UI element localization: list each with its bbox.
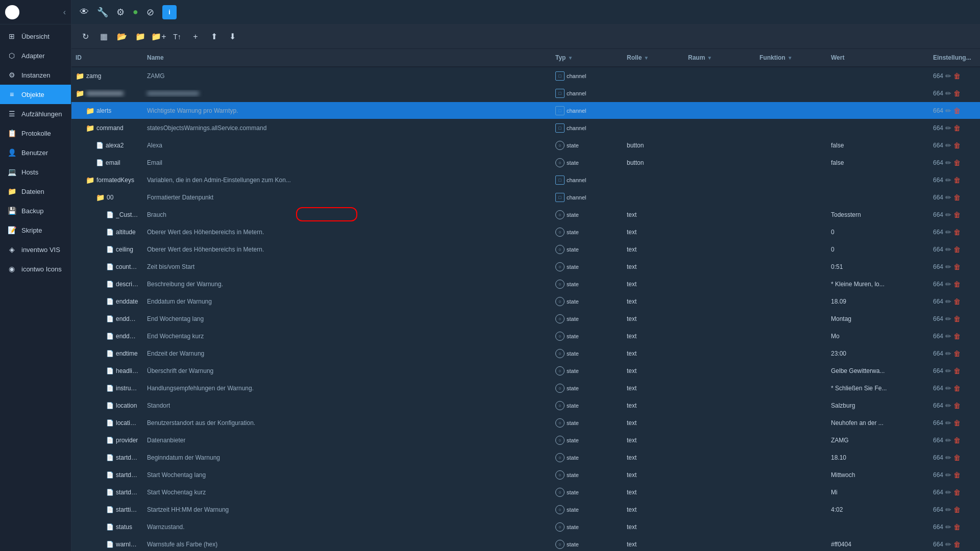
table-row[interactable]: 📁 zamg ZAMG □ channel 664 ✏ 🗑 — [71, 67, 980, 85]
text-filter-button[interactable]: T↑ — [169, 29, 185, 44]
edit-button[interactable]: ✏ — [945, 89, 951, 97]
edit-button[interactable]: ✏ — [945, 107, 951, 115]
delete-button[interactable]: 🗑 — [953, 280, 961, 288]
edit-button[interactable]: ✏ — [945, 332, 951, 340]
table-row[interactable]: 📄 locationcustom Benutzerstandort aus de… — [71, 414, 980, 432]
edit-button[interactable]: ✏ — [945, 419, 951, 427]
edit-button[interactable]: ✏ — [945, 193, 951, 202]
table-row[interactable]: 📁 command statesObjectsWarnings.allServi… — [71, 119, 980, 137]
folder-filter-button[interactable]: 📁 — [133, 29, 148, 44]
table-row[interactable]: 📄 enddayofweekshort End Wochentag kurz ○… — [71, 328, 980, 345]
table-row[interactable]: 📄 _CustomArray Brauch ○ state text Todes… — [71, 206, 980, 223]
edit-button[interactable]: ✏ — [945, 124, 951, 132]
refresh-button[interactable]: ↻ — [78, 29, 93, 44]
table-row[interactable]: 📁 00 Formatierter Datenpunkt □ channel 6… — [71, 189, 980, 206]
edit-button[interactable]: ✏ — [945, 349, 951, 358]
sidebar-item-objekte[interactable]: ≡ Objekte — [0, 85, 71, 104]
delete-button[interactable]: 🗑 — [953, 506, 961, 514]
table-row[interactable]: 📄 location Standort ○ state text Salzbur… — [71, 397, 980, 414]
table-row[interactable]: 📁 ■■■■■■■■■■ ■■■■■■■■■■■■■■ □ channel 66… — [71, 85, 980, 102]
table-row[interactable]: 📄 provider Datenanbieter ○ state text ZA… — [71, 432, 980, 449]
table-row[interactable]: 📄 startdate Beginndatum der Warnung ○ st… — [71, 449, 980, 466]
edit-button[interactable]: ✏ — [945, 159, 951, 167]
delete-button[interactable]: 🗑 — [953, 159, 961, 167]
sidebar-item-benutzer[interactable]: 👤 Benutzer — [0, 143, 71, 162]
edit-button[interactable]: ✏ — [945, 402, 951, 410]
delete-button[interactable]: 🗑 — [953, 72, 961, 80]
delete-button[interactable]: 🗑 — [953, 332, 961, 340]
edit-button[interactable]: ✏ — [945, 72, 951, 80]
sidebar-item-instanzen[interactable]: ⚙ Instanzen — [0, 65, 71, 85]
table-row[interactable]: 📁 formatedKeys Variablen, die in den Adm… — [71, 171, 980, 189]
wrench-icon[interactable]: 🔧 — [97, 7, 108, 18]
delete-button[interactable]: 🗑 — [953, 176, 961, 184]
sidebar-item-ubersicht[interactable]: ⊞ Übersicht — [0, 27, 71, 46]
delete-button[interactable]: 🗑 — [953, 419, 961, 427]
delete-button[interactable]: 🗑 — [953, 436, 961, 444]
sidebar-item-hosts[interactable]: 💻 Hosts — [0, 162, 71, 182]
sidebar-item-inventwo[interactable]: ◈ inventwo VIS — [0, 240, 71, 259]
delete-button[interactable]: 🗑 — [953, 454, 961, 462]
table-row[interactable]: 📄 description Beschreibung der Warnung. … — [71, 276, 980, 293]
edit-button[interactable]: ✏ — [945, 297, 951, 306]
delete-button[interactable]: 🗑 — [953, 228, 961, 236]
sidebar-item-skripte[interactable]: 📝 Skripte — [0, 220, 71, 240]
edit-button[interactable]: ✏ — [945, 367, 951, 375]
delete-button[interactable]: 🗑 — [953, 367, 961, 375]
sidebar-item-aufzahlungen[interactable]: ☰ Aufzählungen — [0, 104, 71, 123]
table-row[interactable]: 📄 endtime Endzeit der Warnung ○ state te… — [71, 345, 980, 362]
table-row[interactable]: 📄 altitude Oberer Wert des Höhenbereichs… — [71, 223, 980, 241]
delete-button[interactable]: 🗑 — [953, 193, 961, 202]
table-row[interactable]: 📄 countdown Zeit bis/vom Start ○ state t… — [71, 258, 980, 276]
columns-button[interactable]: ▦ — [96, 29, 111, 44]
delete-button[interactable]: 🗑 — [953, 124, 961, 132]
col-header-funktion[interactable]: Funktion ▼ — [755, 54, 827, 61]
edit-button[interactable]: ✏ — [945, 315, 951, 323]
edit-button[interactable]: ✏ — [945, 471, 951, 479]
delete-button[interactable]: 🗑 — [953, 315, 961, 323]
add-button[interactable]: + — [188, 29, 203, 44]
edit-button[interactable]: ✏ — [945, 141, 951, 149]
edit-button[interactable]: ✏ — [945, 384, 951, 392]
edit-button[interactable]: ✏ — [945, 263, 951, 271]
delete-button[interactable]: 🗑 — [953, 488, 961, 496]
delete-button[interactable]: 🗑 — [953, 402, 961, 410]
sidebar-item-icontwo[interactable]: ◉ icontwo Icons — [0, 259, 71, 279]
delete-button[interactable]: 🗑 — [953, 107, 961, 115]
edit-button[interactable]: ✏ — [945, 211, 951, 219]
table-row[interactable]: 📄 email Email ○ state button false 664 ✏… — [71, 154, 980, 171]
edit-button[interactable]: ✏ — [945, 280, 951, 288]
sidebar-item-dateien[interactable]: 📁 Dateien — [0, 182, 71, 201]
edit-button[interactable]: ✏ — [945, 454, 951, 462]
table-row[interactable]: 📄 ceiling Oberer Wert des Höhenbereichs … — [71, 241, 980, 258]
delete-button[interactable]: 🗑 — [953, 297, 961, 306]
table-row[interactable]: 📄 startdayofweek Start Wochentag lang ○ … — [71, 466, 980, 484]
download-button[interactable]: ⬇ — [225, 29, 240, 44]
edit-button[interactable]: ✏ — [945, 176, 951, 184]
table-row[interactable]: 📄 alexa2 Alexa ○ state button false 664 … — [71, 137, 980, 154]
edit-button[interactable]: ✏ — [945, 523, 951, 531]
delete-button[interactable]: 🗑 — [953, 263, 961, 271]
delete-button[interactable]: 🗑 — [953, 89, 961, 97]
table-row[interactable]: 📄 headline Überschrift der Warnung ○ sta… — [71, 362, 980, 380]
edit-button[interactable]: ✏ — [945, 436, 951, 444]
plug-icon[interactable]: ● — [133, 7, 138, 17]
table-row[interactable]: 📄 instruction Handlungsempfehlungen der … — [71, 380, 980, 397]
edit-button[interactable]: ✏ — [945, 228, 951, 236]
delete-button[interactable]: 🗑 — [953, 349, 961, 358]
table-row[interactable]: 📄 enddayofweek End Wochentag lang ○ stat… — [71, 310, 980, 328]
delete-button[interactable]: 🗑 — [953, 523, 961, 531]
sidebar-item-adapter[interactable]: ⬡ Adapter — [0, 46, 71, 65]
table-row[interactable]: 📄 warnlevelcolorhex Warnstufe als Farbe … — [71, 536, 980, 551]
table-row[interactable]: 📄 starttime Startzeit HH:MM der Warnung … — [71, 501, 980, 518]
delete-button[interactable]: 🗑 — [953, 141, 961, 149]
edit-button[interactable]: ✏ — [945, 488, 951, 496]
edit-button[interactable]: ✏ — [945, 245, 951, 254]
edit-button[interactable]: ✏ — [945, 506, 951, 514]
table-row[interactable]: 📁 alerts Wichtigste Warnung pro Warntyp.… — [71, 102, 980, 119]
table-row[interactable]: 📄 status Warnzustand. ○ state text 664 ✏… — [71, 518, 980, 536]
col-header-rolle[interactable]: Rolle ▼ — [623, 54, 684, 61]
delete-button[interactable]: 🗑 — [953, 384, 961, 392]
sidebar-collapse-button[interactable]: ‹ — [63, 8, 66, 17]
gear-icon[interactable]: ⚙ — [116, 7, 125, 18]
